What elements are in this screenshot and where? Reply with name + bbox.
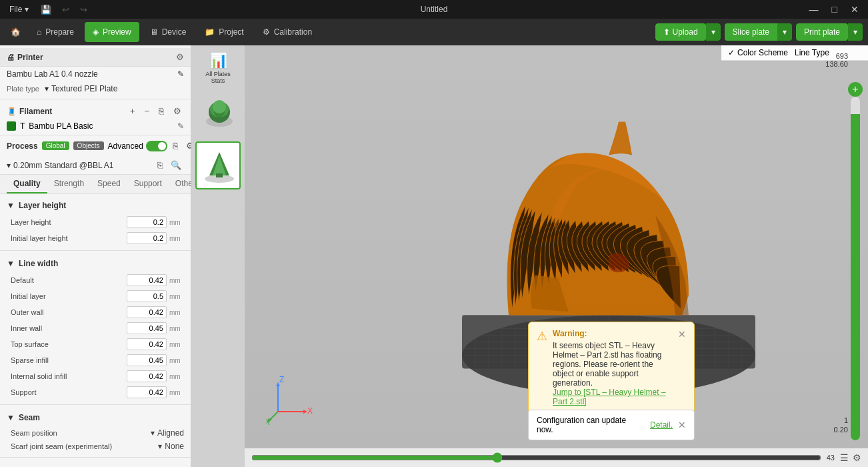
window-title: Untitled xyxy=(421,5,448,14)
seam-position-label: Seam position xyxy=(11,429,151,437)
top-surface-input[interactable] xyxy=(127,338,167,350)
print-btn[interactable]: Print plate xyxy=(796,23,848,41)
warning-icon: ⚠ xyxy=(537,329,547,406)
layer-up-btn[interactable]: + xyxy=(848,82,863,97)
tab-device[interactable]: 🖥 Device xyxy=(142,22,195,42)
tab-preview[interactable]: ◈ Preview xyxy=(85,22,139,42)
slice-arrow-btn[interactable]: ▾ xyxy=(777,23,792,41)
thumbnail-2[interactable] xyxy=(195,141,241,189)
seam-group-title[interactable]: ▼ Seam xyxy=(0,409,191,426)
default-input[interactable] xyxy=(127,274,167,286)
layer-current-display: 1 0.20 xyxy=(834,416,848,434)
support-input[interactable] xyxy=(127,386,167,398)
filament-header: 🧵 Filament + − ⎘ ⚙ xyxy=(0,102,191,120)
tab-calibration[interactable]: ⚙ Calibration xyxy=(255,22,320,42)
internal-solid-infill-input[interactable] xyxy=(127,370,167,382)
seam-position-arrow: ▾ xyxy=(151,428,155,438)
maximize-btn[interactable]: □ xyxy=(828,3,841,16)
filament-copy-btn[interactable]: ⎘ xyxy=(156,105,167,117)
config-close-btn[interactable]: ✕ xyxy=(678,420,686,430)
file-menu[interactable]: File ▾ xyxy=(5,3,33,15)
color-scheme-label: Color Scheme xyxy=(737,48,788,57)
internal-solid-infill-label: Internal solid infill xyxy=(11,372,127,380)
close-btn[interactable]: ✕ xyxy=(847,3,863,16)
filament-add-btn[interactable]: + xyxy=(127,105,138,117)
settings-icon[interactable]: ⚙ xyxy=(853,452,861,463)
layer-height-label: Layer height xyxy=(11,218,127,226)
process-save-btn[interactable]: ⎘ xyxy=(155,159,165,171)
title-bar: File ▾ 💾 ↩ ↪ Untitled — □ ✕ xyxy=(0,0,868,19)
project-label: Project xyxy=(219,27,243,37)
initial-layer-input[interactable] xyxy=(127,290,167,302)
main-layout: 🖨 Printer ⚙ Bambu Lab A1 0.4 nozzle ✎ Pl… xyxy=(0,45,868,467)
device-icon: 🖥 xyxy=(150,27,158,37)
tab-strength[interactable]: Strength xyxy=(47,175,91,193)
save-btn[interactable]: 💾 xyxy=(38,3,54,16)
progress-slider[interactable] xyxy=(251,452,821,463)
undo-btn[interactable]: ↩ xyxy=(59,3,72,16)
line-type-label: Line Type xyxy=(795,48,829,57)
top-surface-unit: mm xyxy=(169,341,184,348)
minimize-btn[interactable]: — xyxy=(805,3,823,16)
printer-settings-icon[interactable]: ⚙ xyxy=(176,52,184,62)
inner-wall-input[interactable] xyxy=(127,322,167,334)
advanced-toggle-switch[interactable] xyxy=(146,141,167,151)
filament-settings-btn[interactable]: ⚙ xyxy=(171,105,184,117)
layer-track[interactable] xyxy=(851,97,860,440)
tab-quality[interactable]: Quality xyxy=(7,175,47,193)
thumb-svg-2 xyxy=(199,145,239,185)
initial-layer-label: Initial layer xyxy=(11,292,127,300)
layer-max-value: 693 xyxy=(825,52,848,60)
config-link[interactable]: Detail. xyxy=(650,420,673,430)
warning-title: Warning: xyxy=(553,329,673,338)
top-surface-value-group: mm xyxy=(127,338,184,350)
sparse-infill-input[interactable] xyxy=(127,354,167,366)
slice-btn[interactable]: Slice plate xyxy=(725,23,777,41)
upload-btn[interactable]: ⬆ Upload xyxy=(655,23,706,41)
color-scheme-item[interactable]: ✓ Color Scheme xyxy=(728,48,788,57)
filament-item: T Bambu PLA Basic ✎ xyxy=(0,120,191,132)
layer-icon[interactable]: ☰ xyxy=(840,452,849,463)
tab-prepare[interactable]: ⌂ Prepare xyxy=(29,22,82,42)
layer-current-height: 0.20 xyxy=(834,426,848,434)
layer-height-group-title[interactable]: ▼ Layer height xyxy=(0,197,191,214)
sparse-infill-unit: mm xyxy=(169,357,184,364)
upload-arrow-btn[interactable]: ▾ xyxy=(706,23,721,41)
warning-close-btn[interactable]: ✕ xyxy=(678,329,686,406)
process-copy-btn[interactable]: ⎘ xyxy=(170,139,181,152)
layer-handle[interactable] xyxy=(856,114,860,121)
redo-btn[interactable]: ↪ xyxy=(77,3,90,16)
process-name-row: ▾ 0.20mm Standard @BBL A1 ⎘ 🔍 xyxy=(0,156,191,174)
home-btn[interactable]: 🏠 xyxy=(5,25,26,39)
layer-current-value: 1 xyxy=(844,416,848,424)
tab-project[interactable]: 📁 Project xyxy=(197,22,251,42)
warning-link[interactable]: Jump to [STL – Heavy Helmet – Part 2.stl… xyxy=(553,388,673,406)
plate-type-value[interactable]: ▾ Textured PEI Plate xyxy=(45,84,117,93)
tag-objects[interactable]: Objects xyxy=(73,141,104,150)
svg-text:Z: Z xyxy=(279,375,284,384)
preview-icon: ◈ xyxy=(93,27,99,37)
outer-wall-input[interactable] xyxy=(127,306,167,318)
printer-edit-icon[interactable]: ✎ xyxy=(177,69,184,79)
inner-wall-value-group: mm xyxy=(127,322,184,334)
filament-remove-btn[interactable]: − xyxy=(141,105,152,117)
initial-layer-height-label: Initial layer height xyxy=(11,234,127,242)
all-plates-thumb[interactable]: 📊 All Plates Stats xyxy=(195,48,241,88)
layer-height-input[interactable] xyxy=(127,216,167,228)
scene-bg: ✓ Color Scheme Line Type xyxy=(245,45,868,467)
tag-global[interactable]: Global xyxy=(42,141,69,150)
layer-height-value-group: mm xyxy=(127,216,184,228)
print-arrow-btn[interactable]: ▾ xyxy=(848,23,863,41)
precision-group-title[interactable]: ▼ Precision xyxy=(0,462,191,467)
seam-position-select[interactable]: ▾ Aligned xyxy=(151,428,184,438)
layer-height-group: ▼ Layer height Layer height mm Initial l… xyxy=(0,194,191,249)
tab-support[interactable]: Support xyxy=(127,175,169,193)
line-type-item[interactable]: Line Type xyxy=(795,48,829,57)
filament-edit-icon[interactable]: ✎ xyxy=(177,121,184,131)
scarf-joint-select[interactable]: ▾ None xyxy=(158,442,184,451)
thumbnail-1[interactable] xyxy=(195,91,241,139)
tab-speed[interactable]: Speed xyxy=(91,175,127,193)
line-width-group-title[interactable]: ▼ Line width xyxy=(0,255,191,272)
process-search-btn[interactable]: 🔍 xyxy=(168,159,184,171)
initial-layer-height-input[interactable] xyxy=(127,232,167,244)
